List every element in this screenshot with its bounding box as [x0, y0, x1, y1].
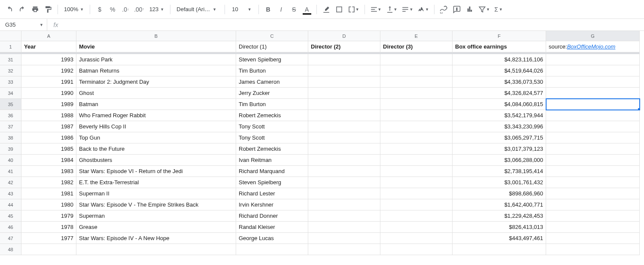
cell-F37[interactable]: $3,343,230,996	[453, 121, 546, 132]
functions-button[interactable]: Σ▼	[492, 3, 504, 15]
cell-B39[interactable]: Back to the Future	[76, 143, 236, 155]
cell-C48[interactable]	[236, 244, 308, 255]
cell-G42[interactable]	[546, 177, 640, 188]
cell-B40[interactable]: Ghostbusters	[76, 155, 236, 166]
cell-G39[interactable]	[546, 143, 640, 155]
cell-B33[interactable]: Terminator 2: Judgment Day	[76, 76, 236, 88]
cell-F47[interactable]: $443,497,461	[453, 233, 546, 244]
cell-D36[interactable]	[308, 110, 380, 121]
cell-A38[interactable]: 1986	[21, 132, 76, 143]
strikethrough-button[interactable]: S	[288, 3, 300, 15]
col-header-C[interactable]: C	[236, 31, 308, 41]
cell-F35[interactable]: $4,084,060,815	[453, 99, 546, 110]
increase-decimal-button[interactable]: .00↑	[132, 3, 146, 15]
cell-D37[interactable]	[308, 121, 380, 132]
cell-E41[interactable]	[380, 166, 453, 177]
cell-F33[interactable]: $4,336,073,530	[453, 76, 546, 88]
header-cell-F[interactable]: Box office earnings	[453, 41, 546, 52]
col-header-G[interactable]: G	[546, 31, 640, 41]
cell-D45[interactable]	[308, 210, 380, 222]
merge-cells-button[interactable]: ▼	[346, 3, 361, 15]
cell-E44[interactable]	[380, 199, 453, 210]
fill-color-button[interactable]	[320, 3, 332, 15]
bold-button[interactable]: B	[262, 3, 274, 15]
decrease-decimal-button[interactable]: .0↓	[119, 3, 131, 15]
row-header-1[interactable]: 1	[0, 41, 21, 52]
row-header-39[interactable]: 39	[0, 143, 21, 155]
cell-A47[interactable]: 1977	[21, 233, 76, 244]
cell-G43[interactable]	[546, 188, 640, 199]
cell-A40[interactable]: 1984	[21, 155, 76, 166]
col-header-B[interactable]: B	[76, 31, 236, 41]
more-formats-dropdown[interactable]: 123▼	[147, 6, 167, 12]
header-cell-G[interactable]: source: BoxOfficeMojo.com	[546, 41, 640, 52]
currency-button[interactable]: $	[94, 3, 106, 15]
cell-G37[interactable]	[546, 121, 640, 132]
col-header-E[interactable]: E	[380, 31, 453, 41]
cell-A43[interactable]: 1981	[21, 188, 76, 199]
cell-D40[interactable]	[308, 155, 380, 166]
font-size-dropdown[interactable]: 10▼	[228, 6, 255, 12]
cell-D39[interactable]	[308, 143, 380, 155]
cell-F40[interactable]: $3,066,288,000	[453, 155, 546, 166]
cell-A33[interactable]: 1991	[21, 76, 76, 88]
cell-E32[interactable]	[380, 65, 453, 76]
row-header-35[interactable]: 35	[0, 99, 21, 110]
cell-B31[interactable]: Jurassic Park	[76, 54, 236, 65]
cell-G41[interactable]	[546, 166, 640, 177]
header-cell-D[interactable]: Director (2)	[308, 41, 380, 52]
cell-A46[interactable]: 1978	[21, 222, 76, 233]
cell-F48[interactable]	[453, 244, 546, 255]
cell-A32[interactable]: 1992	[21, 65, 76, 76]
cell-F38[interactable]: $3,065,297,715	[453, 132, 546, 143]
cell-F44[interactable]: $1,642,400,771	[453, 199, 546, 210]
row-header-36[interactable]: 36	[0, 110, 21, 121]
redo-button[interactable]	[16, 3, 28, 15]
col-header-F[interactable]: F	[453, 31, 546, 41]
cell-G38[interactable]	[546, 132, 640, 143]
select-all-corner[interactable]	[0, 31, 21, 41]
cell-B32[interactable]: Batman Returns	[76, 65, 236, 76]
header-cell-B[interactable]: Movie	[76, 41, 236, 52]
insert-comment-button[interactable]	[451, 3, 463, 15]
cell-E45[interactable]	[380, 210, 453, 222]
cell-D42[interactable]	[308, 177, 380, 188]
text-color-button[interactable]: A	[301, 3, 313, 15]
cell-G36[interactable]	[546, 110, 640, 121]
cell-F43[interactable]: $898,686,960	[453, 188, 546, 199]
vertical-align-button[interactable]: ▼	[384, 3, 399, 15]
cell-A48[interactable]	[21, 244, 76, 255]
cell-D41[interactable]	[308, 166, 380, 177]
cell-G46[interactable]	[546, 222, 640, 233]
cell-C32[interactable]: Tim Burton	[236, 65, 308, 76]
cell-D33[interactable]	[308, 76, 380, 88]
col-header-D[interactable]: D	[308, 31, 380, 41]
cell-C34[interactable]: Jerry Zucker	[236, 88, 308, 99]
cell-D38[interactable]	[308, 132, 380, 143]
cell-C31[interactable]: Steven Spielberg	[236, 54, 308, 65]
cell-E47[interactable]	[380, 233, 453, 244]
cell-F34[interactable]: $4,326,824,577	[453, 88, 546, 99]
cell-A36[interactable]: 1988	[21, 110, 76, 121]
cell-G35[interactable]	[546, 99, 640, 110]
row-header-31[interactable]: 31	[0, 54, 21, 65]
cell-E39[interactable]	[380, 143, 453, 155]
cell-E33[interactable]	[380, 76, 453, 88]
cell-A44[interactable]: 1980	[21, 199, 76, 210]
cell-C36[interactable]: Robert Zemeckis	[236, 110, 308, 121]
row-header-33[interactable]: 33	[0, 76, 21, 88]
cell-E46[interactable]	[380, 222, 453, 233]
cell-D31[interactable]	[308, 54, 380, 65]
cell-F42[interactable]: $3,001,761,432	[453, 177, 546, 188]
cell-B36[interactable]: Who Framed Roger Rabbit	[76, 110, 236, 121]
cell-D48[interactable]	[308, 244, 380, 255]
insert-link-button[interactable]	[438, 3, 450, 15]
cell-G32[interactable]	[546, 65, 640, 76]
cell-B44[interactable]: Star Wars: Episode V - The Empire Strike…	[76, 199, 236, 210]
cell-C44[interactable]: Irvin Kershner	[236, 199, 308, 210]
cell-F39[interactable]: $3,017,379,123	[453, 143, 546, 155]
cell-G44[interactable]	[546, 199, 640, 210]
row-header-48[interactable]: 48	[0, 244, 21, 255]
zoom-dropdown[interactable]: 100%▼	[61, 6, 86, 12]
cell-C41[interactable]: Richard Marquand	[236, 166, 308, 177]
